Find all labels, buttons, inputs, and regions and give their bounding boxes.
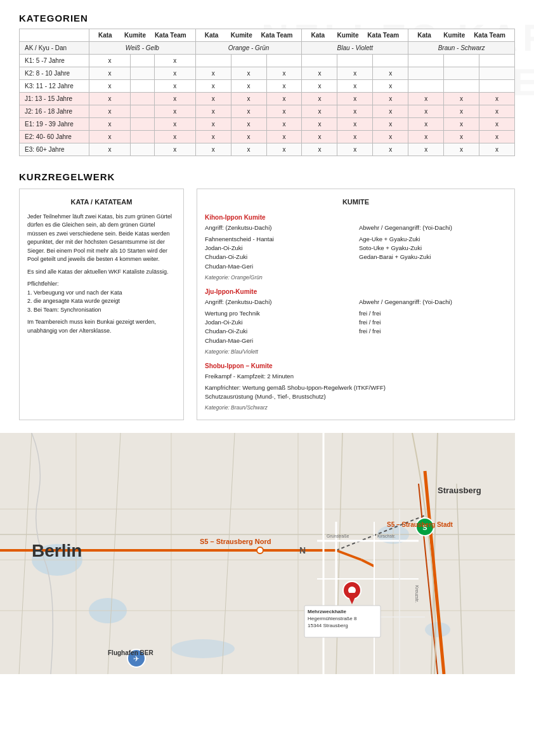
kumite-box-title: KUMITE: [205, 197, 507, 208]
jju-right: Abwehr / Gegenangriff: (Yoi-Dachi) frei …: [359, 298, 507, 356]
row-label: K2: 8 - 10 Jahre: [20, 67, 89, 80]
table-row: E2: 40- 60 Jahre xx xxx xxx xxx: [20, 131, 515, 143]
svg-point-45: [257, 547, 263, 554]
kata-text-1: Jeder Teilnehmer läuft zwei Katas, bis z…: [27, 213, 176, 336]
kihon-ippon-row: Angriff: (Zenkutsu-Dachi) Fahnenentschei…: [205, 223, 507, 282]
ak-kyu-dan-label: AK / Kyu - Dan: [20, 42, 89, 55]
table-row: E1: 19 - 39 Jahre xx xxx xxx xxx: [20, 118, 515, 131]
kumite-subsection-2: Jju-Ippon-Kumite Angriff: (Zenkutsu-Dach…: [205, 287, 507, 356]
svg-text:N: N: [299, 545, 306, 555]
table-row: K3: 11 - 12 Jahre xx xxx xxx: [20, 80, 515, 93]
map-background: Grunstraße Kirschstr. Oders-Landsberger …: [0, 433, 515, 674]
svg-point-6: [171, 639, 235, 658]
svg-text:Mehrzweckhalle: Mehrzweckhalle: [308, 609, 346, 614]
color-range-row: AK / Kyu - Dan Weiß - Gelb Orange - Grün…: [20, 42, 515, 55]
range-3: Blau - Violett: [302, 42, 408, 55]
row-label: E2: 40- 60 Jahre: [20, 131, 89, 143]
kihon-right: Abwehr / Gegenangriff: (Yoi-Dachi) Age-U…: [359, 223, 507, 282]
row-label: J2: 16 - 18 Jahre: [20, 105, 89, 118]
jju-ippon-title: Jju-Ippon-Kumite: [205, 287, 507, 296]
kata-box: KATA / KATATEAM Jeder Teilnehmer läuft z…: [19, 189, 184, 420]
svg-text:Kreuzstr.: Kreuzstr.: [415, 585, 419, 603]
empty-header: [20, 29, 89, 42]
jju-left: Angriff: (Zenkutsu-Dachi) Wertung pro Te…: [205, 298, 353, 356]
kategorien-title: KATEGORIEN: [19, 13, 515, 23]
map-section: Grunstraße Kirschstr. Oders-Landsberger …: [0, 433, 515, 674]
group-header-2: Kata Kumite Kata Team: [195, 29, 302, 42]
svg-text:15344 Strausberg: 15344 Strausberg: [308, 623, 348, 628]
svg-text:S5 – Strausberg Stadt: S5 – Strausberg Stadt: [387, 521, 453, 528]
group-header-4: Kata Kumite Kata Team: [408, 29, 515, 42]
kurzregelwerk-title: KURZREGELWERK: [19, 171, 515, 182]
kata-box-title: KATA / KATATEAM: [27, 197, 176, 208]
kumite-subsection-3: Shobu-Ippon – Kumite Freikampf - Kampfze…: [205, 361, 507, 413]
col-header-row: Kata Kumite Kata Team Kata Kumite Kata T…: [20, 29, 515, 42]
kategorien-table: Kata Kumite Kata Team Kata Kumite Kata T…: [19, 29, 515, 156]
svg-text:Hegermühlenstraße 8: Hegermühlenstraße 8: [308, 616, 357, 621]
table-row: K2: 8 - 10 Jahre xx xxx xxx: [20, 67, 515, 80]
svg-text:Berlin: Berlin: [32, 541, 82, 560]
svg-text:Flughafen BER: Flughafen BER: [108, 649, 153, 656]
group-header-1: Kata Kumite Kata Team: [89, 29, 196, 42]
range-4: Braun - Schwarz: [408, 42, 515, 55]
range-1: Weiß - Gelb: [89, 42, 196, 55]
row-label: E1: 19 - 39 Jahre: [20, 118, 89, 131]
kihon-ippon-title: Kihon-Ippon Kumite: [205, 213, 507, 222]
jju-ippon-row: Angriff: (Zenkutsu-Dachi) Wertung pro Te…: [205, 298, 507, 356]
kihon-left: Angriff: (Zenkutsu-Dachi) Fahnenentschei…: [205, 223, 353, 282]
svg-text:Grunstraße: Grunstraße: [327, 534, 349, 538]
table-row: J1: 13 - 15 Jahre xx xxx xxx xxx: [20, 93, 515, 105]
svg-text:Strausberg: Strausberg: [438, 486, 481, 495]
row-label: K3: 11 - 12 Jahre: [20, 80, 89, 93]
row-label: K1: 5 -7 Jahre: [20, 55, 89, 67]
kategorien-section: KATEGORIEN Kata Kumite Kata Team Kata Ku…: [19, 13, 515, 156]
kumite-subsection-1: Kihon-Ippon Kumite Angriff: (Zenkutsu-Da…: [205, 213, 507, 282]
shobu-ippon-title: Shobu-Ippon – Kumite: [205, 361, 507, 371]
map-svg: Grunstraße Kirschstr. Oders-Landsberger …: [0, 433, 515, 674]
kurzregelwerk-section: KURZREGELWERK KATA / KATATEAM Jeder Teil…: [19, 171, 515, 420]
table-row: J2: 16 - 18 Jahre xx xxx xxx xxx: [20, 105, 515, 118]
svg-text:Kirschstr.: Kirschstr.: [377, 534, 396, 538]
page-content: KATEGORIEN Kata Kumite Kata Team Kata Ku…: [0, 0, 534, 420]
row-label: J1: 13 - 15 Jahre: [20, 93, 89, 105]
table-row: K1: 5 -7 Jahre xx: [20, 55, 515, 67]
group-header-3: Kata Kumite Kata Team: [302, 29, 408, 42]
table-row: E3: 60+ Jahre xx xxx xxx xxx: [20, 143, 515, 156]
row-label: E3: 60+ Jahre: [20, 143, 89, 156]
svg-text:S5 – Strausberg Nord: S5 – Strausberg Nord: [200, 538, 271, 545]
range-2: Orange - Grün: [195, 42, 302, 55]
kumite-box: KUMITE Kihon-Ippon Kumite Angriff: (Zenk…: [197, 189, 515, 420]
rules-container: KATA / KATATEAM Jeder Teilnehmer läuft z…: [19, 189, 515, 420]
svg-point-8: [425, 622, 450, 637]
